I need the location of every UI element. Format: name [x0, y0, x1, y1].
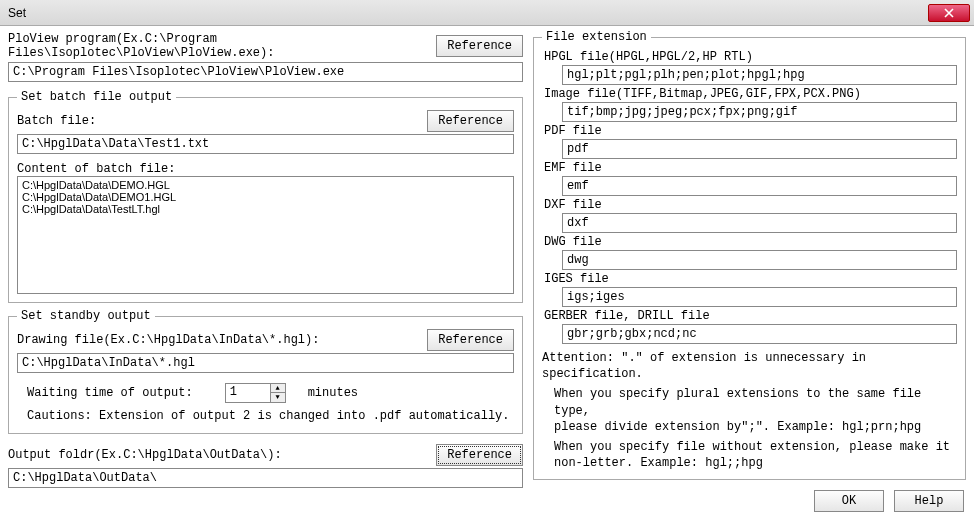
window-title: Set [8, 6, 928, 20]
attention-line-3b: non-letter. Example: hgl;;hpg [554, 455, 957, 471]
dwg-ext-input[interactable] [562, 250, 957, 270]
image-ext-label: Image file(TIFF,Bitmap,JPEG,GIF,FPX,PCX.… [544, 87, 957, 101]
close-button[interactable] [928, 4, 970, 22]
dxf-ext-label: DXF file [544, 198, 957, 212]
wait-time-label: Waiting time of output: [27, 386, 193, 400]
standby-caution: Cautions: Extension of output 2 is chang… [27, 409, 512, 423]
batch-reference-button[interactable]: Reference [427, 110, 514, 132]
hpgl-ext-label: HPGL file(HPGL,HPGL/2,HP RTL) [544, 50, 957, 64]
attention-line-1: Attention: "." of extension is unnecessa… [542, 350, 957, 382]
pdf-ext-input[interactable] [562, 139, 957, 159]
attention-line-3a: When you specify file without extension,… [554, 439, 957, 455]
standby-output-group: Set standby output Drawing file(Ex.C:\Hp… [8, 309, 523, 434]
drawing-file-input[interactable] [17, 353, 514, 373]
wait-time-unit: minutes [308, 386, 358, 400]
program-path-label: PloView program(Ex.C:\Program Files\Isop… [8, 32, 430, 60]
attention-line-2b: please divide extension by";". Example: … [554, 419, 957, 435]
standby-legend: Set standby output [17, 309, 155, 323]
attention-line-2a: When you specify plural extensions to th… [554, 386, 957, 418]
standby-reference-button[interactable]: Reference [427, 329, 514, 351]
output-reference-button[interactable]: Reference [436, 444, 523, 466]
output-folder-label: Output foldr(Ex.C:\HpglData\OutData\): [8, 448, 430, 462]
program-reference-button[interactable]: Reference [436, 35, 523, 57]
help-button[interactable]: Help [894, 490, 964, 512]
batch-file-label: Batch file: [17, 114, 421, 128]
program-path-input[interactable] [8, 62, 523, 82]
ok-button[interactable]: OK [814, 490, 884, 512]
close-icon [944, 8, 954, 18]
drawing-file-label: Drawing file(Ex.C:\HpglData\InData\*.hgl… [17, 333, 421, 347]
spinner-up-icon[interactable]: ▲ [271, 384, 285, 393]
batch-file-input[interactable] [17, 134, 514, 154]
batch-content-textarea[interactable]: C:\HpglData\Data\DEMO.HGL C:\HpglData\Da… [17, 176, 514, 294]
file-extension-legend: File extension [542, 30, 651, 44]
dwg-ext-label: DWG file [544, 235, 957, 249]
dxf-ext-input[interactable] [562, 213, 957, 233]
batch-legend: Set batch file output [17, 90, 176, 104]
spinner-down-icon[interactable]: ▼ [271, 393, 285, 402]
iges-ext-label: IGES file [544, 272, 957, 286]
gerber-ext-input[interactable] [562, 324, 957, 344]
batch-content-label: Content of batch file: [17, 162, 514, 176]
batch-output-group: Set batch file output Batch file: Refere… [8, 90, 523, 303]
title-bar: Set [0, 0, 974, 26]
gerber-ext-label: GERBER file, DRILL file [544, 309, 957, 323]
iges-ext-input[interactable] [562, 287, 957, 307]
output-folder-input[interactable] [8, 468, 523, 488]
hpgl-ext-input[interactable] [562, 65, 957, 85]
wait-time-spinner[interactable]: 1 ▲ ▼ [225, 383, 286, 403]
image-ext-input[interactable] [562, 102, 957, 122]
pdf-ext-label: PDF file [544, 124, 957, 138]
attention-text: Attention: "." of extension is unnecessa… [542, 350, 957, 471]
emf-ext-label: EMF file [544, 161, 957, 175]
file-extension-group: File extension HPGL file(HPGL,HPGL/2,HP … [533, 30, 966, 480]
emf-ext-input[interactable] [562, 176, 957, 196]
wait-time-value[interactable]: 1 [226, 384, 270, 402]
